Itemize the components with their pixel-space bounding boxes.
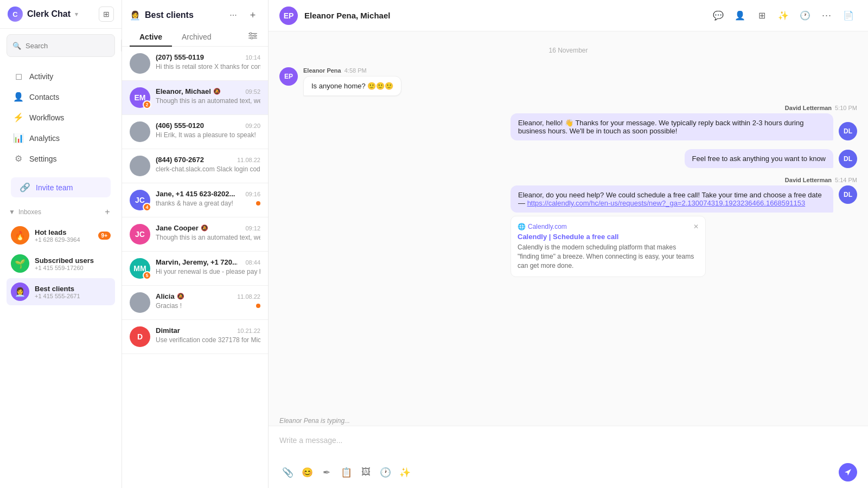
conv-item-eleanor[interactable]: EM 2 Eleanor, Michael 🔕 09:52 Though thi…: [122, 81, 268, 115]
send-btn[interactable]: [839, 463, 857, 481]
sidebar-item-contacts[interactable]: 👤 Contacts: [4, 87, 117, 107]
inbox-avatar: 👩‍💼: [11, 282, 29, 301]
add-inbox-btn[interactable]: +: [102, 207, 113, 217]
inboxes-header: ▼ Inboxes +: [7, 204, 115, 222]
tab-active[interactable]: Active: [130, 28, 172, 47]
conv-name: Jane, +1 415 623-8202...: [156, 190, 235, 198]
link-preview: ✕ 🌐 Calendly.com Calendly | Schedule a f…: [510, 216, 706, 277]
sidebar-item-activity[interactable]: ◻ Activity: [4, 66, 117, 86]
conv-avatar: D: [130, 326, 150, 347]
conv-item[interactable]: JC 4 Jane, +1 415 623-8202... 09:16 than…: [122, 183, 268, 217]
inboxes-collapse-icon[interactable]: ▼: [9, 208, 15, 216]
conv-item[interactable]: D Dimitar 10.21.22 Use verification code…: [122, 320, 268, 354]
conversation-panel: 👩‍💼 Best clients ··· + Active Archived (…: [122, 0, 269, 488]
link-preview-desc: Calendly is the modern scheduling platfo…: [518, 243, 699, 270]
more-btn[interactable]: ···: [818, 7, 835, 24]
msg-time: 5:14 PM: [835, 177, 857, 183]
chat-area: EP Eleanor Pena, Michael 💬 👤 ⊞ ✨ 🕐 ··· 📄…: [269, 0, 868, 488]
ai-compose-btn[interactable]: ✨: [397, 464, 413, 480]
user-info-btn[interactable]: 👤: [731, 7, 749, 24]
conv-avatar: [130, 121, 150, 142]
chat-icon-btn[interactable]: 💬: [710, 7, 727, 24]
conv-body: Eleanor, Michael 🔕 09:52 Though this is …: [156, 87, 260, 105]
ai-btn[interactable]: ✨: [775, 7, 792, 24]
msg-row: Eleanor, do you need help? We could sche…: [510, 185, 857, 277]
conv-avatar: [130, 292, 150, 313]
conv-time: 09:12: [245, 225, 260, 232]
conv-preview: Though this is an automated text, we're …: [156, 97, 260, 105]
conv-time: 09:20: [245, 123, 260, 129]
unread-badge: 4: [143, 203, 151, 211]
conv-body: Jane, +1 415 623-8202... 09:16 thanks & …: [156, 190, 260, 207]
inbox-phone: +1 415 555-2671: [35, 293, 111, 299]
msg-bubble: Eleanor, do you need help? We could sche…: [510, 185, 833, 213]
inbox-phone: +1 415 559-17260: [35, 265, 111, 271]
tab-archived[interactable]: Archived: [172, 28, 221, 47]
sidebar-item-analytics[interactable]: 📊 Analytics: [4, 128, 117, 148]
conv-item[interactable]: JC Jane Cooper 🔕 09:12 Though this is an…: [122, 217, 268, 252]
conv-preview: Though this is an automated text, we're …: [156, 234, 260, 241]
conv-preview: Use verification code 327178 for Microso…: [156, 336, 260, 344]
sidebar-item-label: Workflows: [29, 113, 64, 122]
typing-indicator: Eleanor Pena is typing...: [269, 414, 868, 426]
invite-label: Invite team: [36, 183, 73, 192]
workflows-icon: ⚡: [13, 112, 24, 123]
image-btn[interactable]: 🖼: [358, 464, 374, 480]
conv-item[interactable]: Alicia 🔕 11.08.22 Gracias !: [122, 286, 268, 320]
input-toolbar: 📎 😊 ✒ 📋 🖼 🕐 ✨: [279, 459, 857, 481]
msg-content: Eleanor Pena 4:58 PM Is anyone home? 🙂🙂🙂: [303, 67, 401, 96]
search-input[interactable]: [25, 42, 117, 50]
conv-item[interactable]: MM 5 Marvin, Jeremy, +1 720... 08:44 Hi …: [122, 252, 268, 286]
link-preview-close-btn[interactable]: ✕: [693, 223, 699, 230]
brand-logo[interactable]: C Clerk Chat ▾: [8, 7, 78, 22]
conv-header: 👩‍💼 Best clients ··· +: [122, 0, 268, 23]
add-conversation-btn[interactable]: +: [245, 8, 260, 23]
attachment-btn[interactable]: 📎: [279, 464, 296, 480]
msg-row: Feel free to ask anything you want to kn…: [685, 149, 857, 168]
conv-item[interactable]: (844) 670-2672 11.08.22 clerk-chat.slack…: [122, 149, 268, 183]
conv-avatar: EM 2: [130, 87, 150, 108]
msg-bubble: Eleanor, hello! 👋 Thanks for your messag…: [510, 113, 833, 140]
brand-dropdown-icon[interactable]: ▾: [75, 11, 78, 18]
inbox-subscribed-users[interactable]: 🌱 Subscribed users +1 415 559-17260: [7, 250, 115, 277]
conv-name: Alicia 🔕: [156, 292, 184, 300]
msg-avatar: EP: [279, 67, 298, 86]
search-icon: 🔍: [12, 42, 21, 50]
conv-name: Dimitar: [156, 326, 180, 335]
more-options-btn[interactable]: ···: [226, 8, 241, 23]
clock-btn[interactable]: 🕐: [796, 7, 814, 24]
msg-sender-info-right: David Letterman 5:14 PM: [785, 177, 857, 183]
signature-btn[interactable]: ✒: [318, 464, 335, 480]
svg-point-3: [250, 33, 252, 35]
template-btn[interactable]: 📋: [338, 464, 354, 480]
conv-item[interactable]: (207) 555-0119 10:14 Hi this is retail s…: [122, 47, 268, 81]
msg-sender-name: David Letterman: [785, 177, 832, 183]
new-window-btn[interactable]: ⊞: [99, 7, 114, 22]
inbox-hot-leads[interactable]: 🔥 Hot leads +1 628 629-3964 9+: [7, 222, 115, 249]
filter-btn[interactable]: [245, 28, 260, 43]
schedule-btn[interactable]: 🕐: [377, 464, 393, 480]
msg-sender-info-right: David Letterman 5:10 PM: [785, 105, 857, 111]
chat-user-avatar: EP: [279, 7, 298, 25]
document-btn[interactable]: 📄: [840, 7, 857, 24]
msg-time: 4:58 PM: [344, 67, 367, 74]
conv-time: 08:44: [245, 259, 260, 266]
grid-btn[interactable]: ⊞: [753, 7, 770, 24]
settings-icon: ⚙: [13, 153, 24, 164]
sidebar-item-settings[interactable]: ⚙ Settings: [4, 149, 117, 169]
inbox-info: Subscribed users +1 415 559-17260: [35, 256, 111, 271]
chat-input-area: 📎 😊 ✒ 📋 🖼 🕐 ✨: [269, 426, 868, 488]
message-input[interactable]: [279, 433, 857, 457]
inbox-best-clients[interactable]: 👩‍💼 Best clients +1 415 555-2671: [7, 278, 115, 305]
conv-time: 10.21.22: [237, 328, 260, 334]
emoji-btn[interactable]: 😊: [299, 464, 315, 480]
conv-title: 👩‍💼 Best clients: [130, 10, 194, 21]
inbox-avatar: 🔥: [11, 226, 29, 245]
conv-item[interactable]: (406) 555-0120 09:20 Hi Erik, It was a p…: [122, 115, 268, 149]
invite-team-btn[interactable]: 🔗 Invite team: [11, 177, 111, 197]
conv-name: (406) 555-0120: [156, 121, 204, 130]
inbox-info: Best clients +1 415 555-2671: [35, 285, 111, 299]
msg-avatar: DL: [839, 150, 857, 168]
search-box[interactable]: 🔍 ⌘ k: [7, 34, 115, 57]
sidebar-item-workflows[interactable]: ⚡ Workflows: [4, 107, 117, 127]
